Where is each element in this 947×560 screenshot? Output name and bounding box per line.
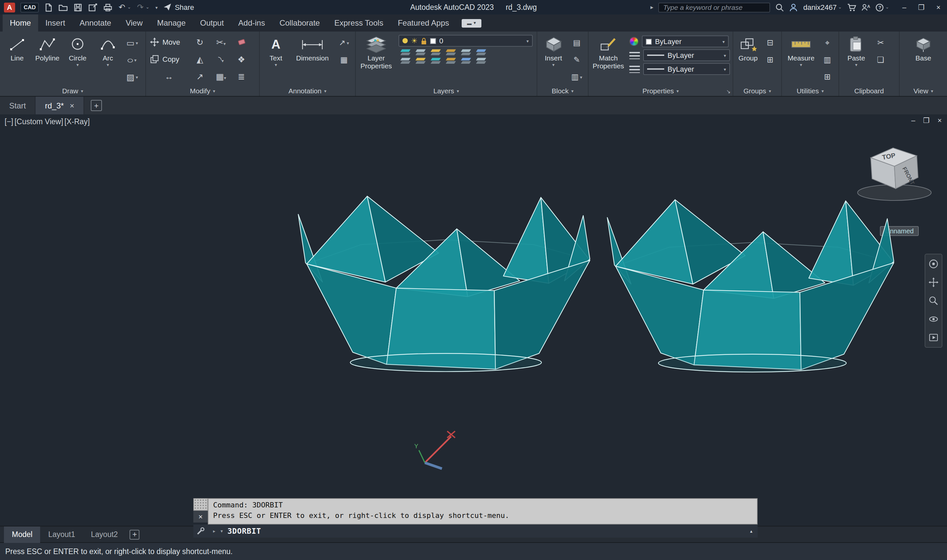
- command-window-close-button[interactable]: ×: [193, 511, 208, 523]
- layer-tool-icon[interactable]: [400, 58, 411, 64]
- paste-caret-icon[interactable]: ▾: [855, 62, 857, 67]
- file-tab-close-icon[interactable]: ×: [70, 101, 74, 110]
- copy-button[interactable]: Copy: [149, 55, 179, 64]
- group-edit-button[interactable]: ⊞: [762, 52, 779, 68]
- redo-icon[interactable]: ↷: [137, 3, 144, 11]
- edit-block-button[interactable]: ✎: [568, 52, 585, 68]
- tab-layout1[interactable]: Layout1: [40, 526, 83, 543]
- tab-layout2[interactable]: Layout2: [83, 526, 126, 543]
- linetype-dropdown[interactable]: ByLayer ▾: [643, 63, 730, 75]
- viewcube[interactable]: TOP FRONT: [852, 138, 939, 204]
- help-caret-icon[interactable]: ⌄: [885, 5, 889, 10]
- layer-tool-icon[interactable]: [460, 58, 471, 64]
- layer-tool-icon[interactable]: [476, 58, 487, 64]
- table-button[interactable]: ▦: [336, 52, 353, 68]
- leader-button[interactable]: ↗▾: [336, 35, 353, 51]
- cut-button[interactable]: ✂: [872, 35, 889, 51]
- share-button[interactable]: Share: [163, 3, 194, 11]
- layer-dropdown-caret-icon[interactable]: ▾: [527, 38, 529, 43]
- tab-model[interactable]: Model: [4, 526, 40, 543]
- new-file-icon[interactable]: [45, 3, 53, 11]
- quick-select-button[interactable]: ▥: [819, 52, 836, 68]
- ellipse-tool-button[interactable]: ○▾: [124, 52, 141, 68]
- rectangle-tool-button[interactable]: ▭▾: [124, 35, 141, 51]
- hatch-tool-button[interactable]: ▨▾: [124, 69, 141, 85]
- user-menu-caret-icon[interactable]: ⌄: [838, 5, 842, 10]
- tab-addins[interactable]: Add-ins: [231, 14, 272, 32]
- file-tab-current[interactable]: rd_3* ×: [36, 97, 84, 114]
- window-minimize-button[interactable]: –: [896, 0, 913, 14]
- collapse-chevron-icon[interactable]: ▸: [650, 4, 653, 10]
- circle-button[interactable]: Circle ▾: [63, 34, 92, 85]
- arc-caret-icon[interactable]: ▾: [106, 62, 109, 67]
- layer-tool-icon[interactable]: [445, 58, 456, 64]
- properties-dialog-launcher-icon[interactable]: ↘: [726, 89, 731, 95]
- panel-layers-label[interactable]: Layers▾: [356, 85, 537, 96]
- insert-caret-icon[interactable]: ▾: [552, 62, 554, 67]
- save-icon[interactable]: [74, 3, 83, 11]
- panel-annotation-label[interactable]: Annotation▾: [260, 85, 355, 96]
- insert-button[interactable]: Insert ▾: [540, 34, 567, 85]
- command-settings-button[interactable]: [193, 525, 208, 538]
- panel-modify-label[interactable]: Modify▾: [146, 85, 259, 96]
- layer-tool-icon[interactable]: [415, 49, 426, 55]
- undo-caret-icon[interactable]: ⌄: [127, 5, 131, 10]
- layer-tool-icon[interactable]: [445, 49, 456, 55]
- save-as-icon[interactable]: [88, 3, 98, 11]
- steering-wheel-icon[interactable]: [929, 259, 938, 269]
- line-button[interactable]: Line: [3, 34, 32, 85]
- command-expand-icon[interactable]: ▴: [749, 528, 753, 534]
- linetype-list-icon[interactable]: [629, 65, 640, 72]
- match-properties-button[interactable]: Match Properties: [591, 34, 625, 85]
- undo-icon[interactable]: ↶: [119, 3, 125, 11]
- measure-button[interactable]: Measure ▾: [785, 34, 818, 85]
- circle-caret-icon[interactable]: ▾: [76, 62, 79, 67]
- panel-clipboard-label[interactable]: Clipboard: [839, 85, 899, 96]
- drawing-minimize-button[interactable]: –: [911, 116, 915, 125]
- layer-thaw-icon[interactable]: ☀: [411, 37, 417, 45]
- stretch-button[interactable]: ↔: [165, 71, 173, 81]
- 3d-crown-solid-right[interactable]: [604, 196, 901, 375]
- autocad-logo-icon[interactable]: A: [4, 2, 15, 12]
- modify-more-button[interactable]: ≣: [238, 71, 245, 81]
- measure-caret-icon[interactable]: ▾: [800, 62, 802, 67]
- paste-button[interactable]: Paste ▾: [842, 34, 871, 85]
- panel-view-label[interactable]: View▾: [900, 85, 947, 96]
- panel-utilities-label[interactable]: Utilities▾: [782, 85, 839, 96]
- help-icon[interactable]: ?: [875, 3, 884, 11]
- layer-select-dropdown[interactable]: ☀ 0 ▾: [399, 35, 533, 47]
- base-button[interactable]: Base: [909, 34, 938, 85]
- file-tab-start[interactable]: Start: [0, 97, 36, 114]
- layer-lock-icon[interactable]: [421, 37, 427, 45]
- command-input-row[interactable]: ▸ ▾ 3DORBIT ▴: [208, 525, 758, 538]
- trim-button[interactable]: ✂▾: [216, 37, 226, 47]
- lineweight-dropdown[interactable]: ByLayer ▾: [643, 49, 730, 61]
- object-color-dropdown[interactable]: ByLayer ▾: [642, 35, 729, 47]
- panel-groups-label[interactable]: Groups▾: [733, 85, 781, 96]
- layer-tool-icon[interactable]: [476, 49, 487, 55]
- 3d-crown-solid-left[interactable]: [295, 192, 597, 375]
- cart-icon[interactable]: [847, 3, 856, 11]
- panel-draw-label[interactable]: Draw▾: [0, 85, 145, 96]
- username-label[interactable]: danix2467: [803, 3, 837, 11]
- arc-button[interactable]: Arc ▾: [93, 34, 122, 85]
- tab-manage[interactable]: Manage: [150, 14, 193, 32]
- window-close-button[interactable]: ×: [930, 0, 947, 14]
- drawing-close-button[interactable]: ×: [938, 116, 942, 125]
- fillet-button[interactable]: ◝▾: [218, 54, 223, 64]
- layer-tool-icon[interactable]: [430, 49, 441, 55]
- quick-calc-button[interactable]: ⊞: [819, 69, 836, 85]
- tab-collaborate[interactable]: Collaborate: [272, 14, 327, 32]
- new-drawing-tab-button[interactable]: +: [91, 100, 102, 111]
- tab-home[interactable]: Home: [3, 14, 38, 32]
- group-button[interactable]: Group: [736, 34, 760, 85]
- recent-commands-icon[interactable]: ▸: [212, 528, 216, 534]
- scale-button[interactable]: ↗: [196, 71, 203, 81]
- search-icon[interactable]: [776, 3, 784, 11]
- command-window-grip[interactable]: [193, 498, 208, 511]
- create-block-button[interactable]: ▤: [568, 35, 585, 51]
- move-button[interactable]: Move: [149, 37, 180, 47]
- viewport-view-control[interactable]: [Custom View]: [14, 118, 63, 126]
- tab-express-tools[interactable]: Express Tools: [327, 14, 391, 32]
- search-input[interactable]: [659, 2, 770, 12]
